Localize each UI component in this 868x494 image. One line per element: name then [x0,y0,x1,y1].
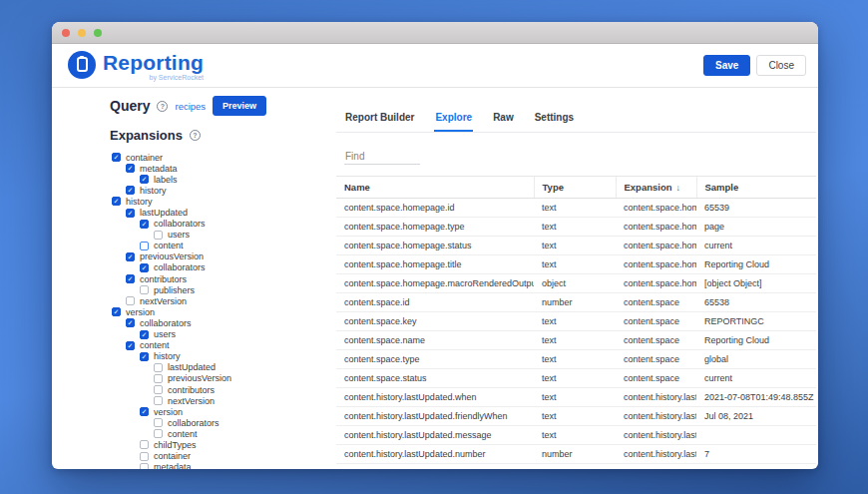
cell-expansion: content.space [616,369,696,388]
expansions-help-icon[interactable]: ? [190,130,201,141]
cell-sample: Reporting Cloud [696,255,816,274]
cell-sample: 65538 [696,293,816,312]
tree-item-label[interactable]: content [140,340,170,350]
tree-item-label[interactable]: history [140,186,167,196]
tree-item: ✓ collaborators [110,219,336,230]
tree-item-label[interactable]: users [154,329,176,339]
tree-checkbox[interactable]: ✓ [140,352,149,361]
tree-item-label[interactable]: collaborators [168,418,219,428]
tree-checkbox[interactable]: ✓ [140,220,149,229]
close-window-button[interactable] [62,29,70,37]
tree-item-label[interactable]: content [168,429,198,439]
tree-item-label[interactable]: contributors [140,274,187,284]
table-row: content.history.lastUpdated.friendlyWhen… [336,407,816,426]
app-logo: Reporting by ServiceRocket [68,51,204,81]
tree-checkbox[interactable] [140,452,149,461]
column-header-name[interactable]: Name [336,177,534,199]
tree-checkbox[interactable] [154,363,163,372]
cell-type: text [534,255,616,274]
tree-checkbox[interactable] [154,385,163,394]
column-header-type[interactable]: Type [534,177,616,199]
cell-type: text [534,237,616,255]
tree-checkbox[interactable] [126,296,135,305]
tree-checkbox[interactable]: ✓ [126,274,135,283]
tree-checkbox[interactable]: ✓ [140,175,149,184]
save-button[interactable]: Save [703,55,750,76]
cell-sample [696,426,816,445]
zoom-window-button[interactable] [94,29,102,37]
table-row: content.history.lastUpdated.minorEditboo… [336,464,816,470]
cell-sample: page [696,218,816,237]
column-header-sample[interactable]: Sample [696,177,816,199]
tree-item-label[interactable]: metadata [140,164,178,174]
tree-item-label[interactable]: labels [154,175,178,185]
tree-item-label[interactable]: history [154,351,181,361]
tree-item-label[interactable]: version [154,407,183,417]
table-row: content.history.lastUpdated.messagetextc… [336,426,816,445]
expansions-heading: Expansions [110,128,183,143]
cell-expansion: content.space [616,350,696,369]
tree-checkbox[interactable]: ✓ [140,330,149,339]
find-input[interactable] [344,149,420,165]
tree-checkbox[interactable] [140,285,149,294]
recipes-link[interactable]: recipes [175,101,206,112]
tree-checkbox[interactable] [140,242,149,250]
cell-type: number [534,445,616,464]
tree-item-label[interactable]: previousVersion [140,251,204,261]
tree-item-label[interactable]: container [126,153,163,163]
tree-checkbox[interactable] [154,396,163,405]
tree-item-label[interactable]: lastUpdated [168,362,216,372]
tree-item-label[interactable]: contributors [168,385,215,395]
tree-checkbox[interactable] [140,463,149,469]
cell-name: content.history.lastUpdated.friendlyWhen [336,407,534,426]
tree-checkbox[interactable]: ✓ [112,153,121,162]
tree-checkbox[interactable]: ✓ [126,209,135,218]
tree-item-label[interactable]: content [154,241,184,250]
cell-type: text [534,407,616,426]
tree-item-label[interactable]: childTypes [154,440,197,450]
tree-item-label[interactable]: previousVersion [168,373,231,383]
tree-checkbox[interactable] [140,440,149,449]
tree-checkbox[interactable]: ✓ [126,164,135,173]
tree-item-label[interactable]: metadata [154,462,192,469]
close-button[interactable]: Close [756,55,806,76]
tree-item-label[interactable]: publishers [154,285,195,295]
tree-item-label[interactable]: nextVersion [168,396,215,406]
tree-item-label[interactable]: users [168,230,190,240]
tree-item: ✓ history [110,351,336,362]
tree-checkbox[interactable] [154,429,163,438]
tree-checkbox[interactable]: ✓ [126,186,135,195]
tree-item-label[interactable]: collaborators [140,318,192,328]
table-row: content.space.typetextcontent.spacegloba… [336,350,816,369]
tree-item-label[interactable]: collaborators [154,219,206,229]
query-help-icon[interactable]: ? [157,101,168,112]
tree-item-label[interactable]: nextVersion [140,296,187,306]
tree-checkbox[interactable]: ✓ [112,197,121,206]
tree-checkbox[interactable] [154,231,163,240]
tab-settings[interactable]: Settings [534,112,575,132]
explore-panel: Report BuilderExploreRawSettings NameTyp… [336,88,818,469]
cell-sample: current [696,369,816,388]
tree-checkbox[interactable] [154,374,163,383]
tree-checkbox[interactable]: ✓ [140,407,149,416]
tree-item-label[interactable]: container [154,451,191,461]
tree-checkbox[interactable]: ✓ [112,307,121,316]
tree-item-label[interactable]: version [126,307,155,317]
tree-checkbox[interactable]: ✓ [126,341,135,350]
table-row: content.space.homepage.idtextcontent.spa… [336,199,816,218]
cell-name: content.history.lastUpdated.minorEdit [336,464,534,470]
tree-item-label[interactable]: collaborators [154,262,206,272]
tree-checkbox[interactable]: ✓ [126,318,135,327]
minimize-window-button[interactable] [78,29,86,37]
preview-button[interactable]: Preview [213,96,266,116]
tree-item-label[interactable]: history [126,197,153,207]
tree-checkbox[interactable] [154,418,163,427]
tree-checkbox[interactable]: ✓ [126,252,135,261]
tab-report-builder[interactable]: Report Builder [344,112,415,132]
tab-explore[interactable]: Explore [434,112,473,132]
tree-item-label[interactable]: lastUpdated [140,208,188,218]
column-header-expansion[interactable]: Expansion↓ [616,177,696,199]
cell-name: content.space.type [336,350,534,369]
tree-checkbox[interactable]: ✓ [140,263,149,272]
tab-raw[interactable]: Raw [492,112,515,132]
